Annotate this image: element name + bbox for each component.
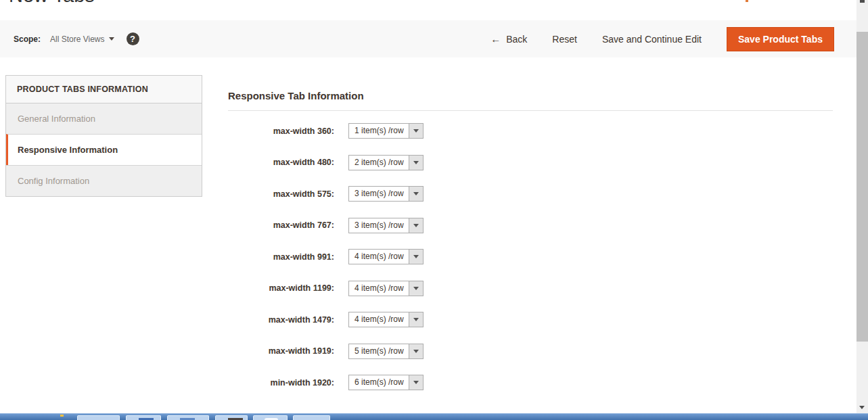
- sidebar-item-label: General Information: [18, 114, 95, 124]
- taskbar-start-fragment: [60, 415, 64, 417]
- form-field-row: max-width 1919:5 item(s) /row: [228, 344, 833, 359]
- field-label: max-width 480:: [228, 158, 334, 167]
- chevron-down-icon[interactable]: [409, 375, 423, 390]
- scroll-up-icon[interactable]: [860, 0, 865, 3]
- taskbar-window-button[interactable]: [77, 415, 120, 420]
- field-label: max-width 360:: [228, 126, 334, 136]
- sidebar-header: PRODUCT TABS INFORMATION: [6, 76, 202, 103]
- field-label: min-width 1920:: [228, 378, 334, 388]
- items-per-row-select[interactable]: 1 item(s) /row: [348, 123, 424, 139]
- back-button[interactable]: ← Back: [490, 34, 527, 45]
- save-and-continue-button[interactable]: Save and Continue Edit: [602, 34, 702, 45]
- chevron-down-icon[interactable]: [409, 344, 423, 358]
- chevron-down-icon[interactable]: [409, 312, 423, 327]
- os-taskbar: [0, 413, 868, 420]
- form-field-row: max-width 1199:4 item(s) /row: [228, 281, 833, 296]
- sidebar-item-label: Responsive Information: [18, 145, 118, 155]
- help-icon[interactable]: ?: [127, 32, 139, 45]
- scope-value: All Store Views: [50, 34, 104, 44]
- form-field-row: max-width 991:4 item(s) /row: [228, 249, 833, 264]
- form-field-row: min-width 1920:6 item(s) /row: [228, 375, 833, 390]
- action-buttons: ← Back Reset Save and Continue Edit Save…: [490, 27, 834, 51]
- section-title: Responsive Tab Information: [228, 90, 833, 111]
- scope-group: Scope: All Store Views ?: [14, 32, 139, 45]
- chevron-down-icon[interactable]: [409, 187, 423, 201]
- cropped-top-artifact: [746, 0, 748, 2]
- taskbar-window-button[interactable]: [215, 415, 248, 420]
- sidebar-item-list: General InformationResponsive Informatio…: [6, 103, 202, 196]
- form-field-row: max-width 575:3 item(s) /row: [228, 186, 833, 202]
- chevron-down-icon[interactable]: [409, 218, 423, 233]
- items-per-row-select[interactable]: 3 item(s) /row: [348, 186, 424, 202]
- chevron-down-icon[interactable]: [409, 281, 423, 296]
- items-per-row-select[interactable]: 3 item(s) /row: [348, 218, 424, 233]
- scope-label: Scope:: [14, 34, 41, 44]
- taskbar-window-button[interactable]: [126, 415, 161, 420]
- back-arrow-icon: ←: [490, 34, 501, 44]
- form-field-row: max-width 1479:4 item(s) /row: [228, 312, 833, 327]
- form-field-row: max-width 767:3 item(s) /row: [228, 218, 833, 233]
- sidebar-item-label: Config Information: [18, 176, 89, 186]
- items-per-row-select[interactable]: 4 item(s) /row: [348, 249, 424, 264]
- reset-button[interactable]: Reset: [552, 34, 577, 45]
- back-button-label: Back: [506, 34, 527, 45]
- taskbar-window-button[interactable]: [167, 415, 209, 420]
- chevron-down-icon[interactable]: [409, 124, 423, 138]
- items-per-row-select[interactable]: 6 item(s) /row: [348, 375, 424, 390]
- field-label: max-width 1479:: [228, 315, 334, 325]
- scope-switcher-dropdown[interactable]: All Store Views: [50, 34, 114, 44]
- taskbar-window-button[interactable]: [293, 415, 330, 420]
- field-label: max-width 767:: [228, 220, 334, 230]
- save-product-tabs-button[interactable]: Save Product Tabs: [727, 27, 834, 51]
- items-per-row-select[interactable]: 4 item(s) /row: [348, 281, 424, 296]
- field-label: max-width 575:: [228, 189, 334, 199]
- items-per-row-select[interactable]: 2 item(s) /row: [348, 155, 424, 170]
- scrollbar-thumb[interactable]: [856, 32, 868, 342]
- page-title: New Tabs: [9, 0, 95, 7]
- responsive-fields: max-width 360:1 item(s) /rowmax-width 48…: [228, 123, 833, 390]
- scroll-down-icon[interactable]: [859, 406, 865, 409]
- form-content: Responsive Tab Information max-width 360…: [228, 90, 833, 406]
- items-per-row-select[interactable]: 4 item(s) /row: [348, 312, 424, 327]
- product-tabs-nav: PRODUCT TABS INFORMATION General Informa…: [5, 75, 202, 197]
- items-per-row-select[interactable]: 5 item(s) /row: [348, 344, 424, 359]
- taskbar-window-button[interactable]: [253, 415, 288, 420]
- form-field-row: max-width 360:1 item(s) /row: [228, 123, 833, 139]
- page-actions-toolbar: Scope: All Store Views ? ← Back Reset Sa…: [0, 20, 856, 57]
- form-field-row: max-width 480:2 item(s) /row: [228, 155, 833, 170]
- sidebar-item-config-information[interactable]: Config Information: [6, 165, 202, 196]
- chevron-down-icon: [109, 37, 114, 41]
- chevron-down-icon[interactable]: [409, 250, 423, 264]
- field-label: max-width 1919:: [228, 346, 334, 356]
- field-label: max-width 1199:: [228, 283, 334, 293]
- chevron-down-icon[interactable]: [409, 156, 423, 170]
- sidebar-item-general-information[interactable]: General Information: [6, 103, 202, 134]
- sidebar-item-responsive-information[interactable]: Responsive Information: [6, 134, 202, 165]
- field-label: max-width 991:: [228, 252, 334, 262]
- vertical-scrollbar[interactable]: [856, 0, 868, 414]
